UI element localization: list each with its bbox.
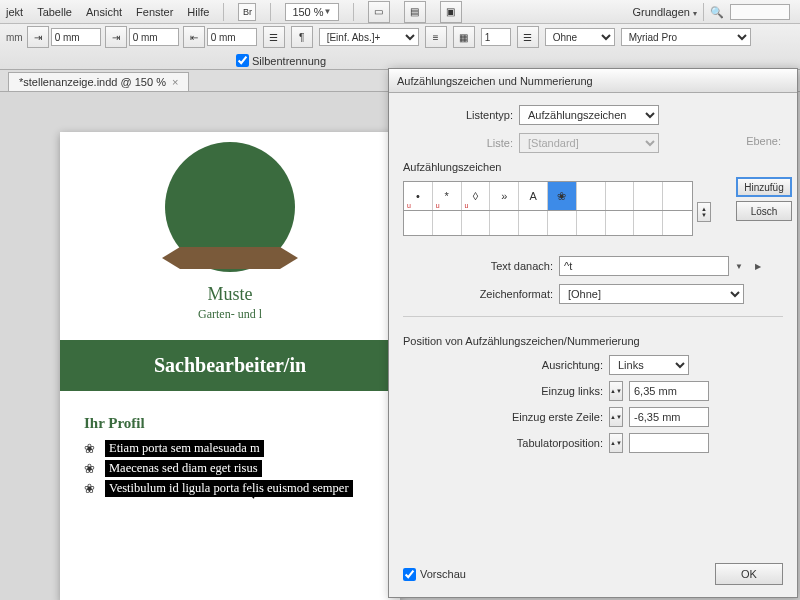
- dropdown-icon[interactable]: ▼: [735, 262, 743, 271]
- close-icon[interactable]: ×: [172, 76, 178, 88]
- text-danach-input[interactable]: [559, 256, 729, 276]
- glyph-cell[interactable]: [606, 211, 635, 235]
- bridge-icon[interactable]: Br: [238, 3, 256, 21]
- bullet-text: Etiam porta sem malesuada m: [105, 440, 264, 457]
- listentyp-label: Listentyp:: [403, 109, 513, 121]
- hyphenation-check[interactable]: Silbentrennung: [236, 54, 326, 67]
- para-icon[interactable]: ¶: [291, 26, 313, 48]
- indent-first[interactable]: [129, 28, 179, 46]
- control-toolbar: mm ⇥ ⇥ ⇤ ☰ ¶ [Einf. Abs.]+ ≡ ▦ ☰ Ohne My…: [0, 24, 800, 70]
- glyph-cell[interactable]: [490, 211, 519, 235]
- einzug-links-input[interactable]: [629, 381, 709, 401]
- glyph-cell[interactable]: [433, 211, 462, 235]
- bullet-text: Maecenas sed diam eget risus: [105, 460, 262, 477]
- glyph-cell[interactable]: [519, 211, 548, 235]
- workspace-switcher[interactable]: Grundlagen ▾: [632, 6, 697, 18]
- screen-mode-icon[interactable]: ▣: [440, 1, 462, 23]
- stepper[interactable]: ▲▼: [609, 407, 623, 427]
- menu-item[interactable]: jekt: [6, 6, 23, 18]
- indent-first-icon[interactable]: ⇥: [105, 26, 127, 48]
- indent-right[interactable]: [207, 28, 257, 46]
- menu-item[interactable]: Fenster: [136, 6, 173, 18]
- glyph-cell[interactable]: [663, 211, 692, 235]
- glyph-cell[interactable]: [462, 211, 491, 235]
- search-input[interactable]: [730, 4, 790, 20]
- list-item[interactable]: ❀Etiam porta sem malesuada m: [84, 440, 376, 457]
- brand-name: Muste: [60, 284, 400, 305]
- section-head: Ihr Profil: [84, 415, 376, 432]
- glyph-cell-selected[interactable]: ❀: [548, 182, 577, 210]
- hinzufuegen-button[interactable]: Hinzufüg: [736, 177, 792, 197]
- glyph-cell[interactable]: [663, 182, 692, 210]
- glyph-section-head: Aufzählungszeichen: [403, 161, 783, 175]
- list-item[interactable]: ❀Vestibulum id ligula porta felis euismo…: [84, 480, 376, 497]
- glyph-cell[interactable]: [548, 211, 577, 235]
- font-select[interactable]: Myriad Pro: [621, 28, 751, 46]
- view-mode-icon[interactable]: ▭: [368, 1, 390, 23]
- indent-left[interactable]: [51, 28, 101, 46]
- menu-item[interactable]: Hilfe: [187, 6, 209, 18]
- einzug-erste-input[interactable]: [629, 407, 709, 427]
- columns-icon[interactable]: ☰: [263, 26, 285, 48]
- glyph-grid: •u *u ◊u » A ❀: [403, 181, 693, 211]
- tabpos-label: Tabulatorposition:: [403, 437, 603, 449]
- span-select[interactable]: Ohne: [545, 28, 615, 46]
- glyph-cell[interactable]: [577, 182, 606, 210]
- listentyp-select[interactable]: Aufzählungszeichen: [519, 105, 659, 125]
- stepper[interactable]: ▲▼: [609, 381, 623, 401]
- bullet-text: Vestibulum id ligula porta felis euismod…: [105, 480, 353, 497]
- glyph-cell[interactable]: [577, 211, 606, 235]
- glyph-cell[interactable]: »: [490, 182, 519, 210]
- ausrichtung-label: Ausrichtung:: [403, 359, 603, 371]
- glyph-cell[interactable]: [404, 211, 433, 235]
- glyph-cell[interactable]: •u: [404, 182, 433, 210]
- liste-select: [Standard]: [519, 133, 659, 153]
- position-section-head: Position von Aufzählungszeichen/Nummerie…: [403, 335, 783, 349]
- glyph-cell[interactable]: A: [519, 182, 548, 210]
- stepper[interactable]: ▲▼: [609, 433, 623, 453]
- einzug-erste-label: Einzug erste Zeile:: [403, 411, 603, 423]
- para-style-select[interactable]: [Einf. Abs.]+: [319, 28, 419, 46]
- menu-item[interactable]: Tabelle: [37, 6, 72, 18]
- grid-icon[interactable]: ▦: [453, 26, 475, 48]
- text-danach-label: Text danach:: [403, 260, 553, 272]
- bullet-icon: ❀: [84, 461, 95, 476]
- arrange-icon[interactable]: ▤: [404, 1, 426, 23]
- glyph-cell[interactable]: [606, 182, 635, 210]
- align-icon[interactable]: ≡: [425, 26, 447, 48]
- glyph-cell[interactable]: [634, 211, 663, 235]
- tabpos-input[interactable]: [629, 433, 709, 453]
- liste-label: Liste:: [403, 137, 513, 149]
- page[interactable]: Muste Garten- und l Sachbearbeiter/in Ih…: [60, 132, 400, 600]
- unit-label: mm: [6, 32, 23, 43]
- search-icon: 🔍: [710, 6, 724, 19]
- einzug-links-label: Einzug links:: [403, 385, 603, 397]
- flyout-icon[interactable]: ▶: [755, 262, 761, 271]
- glyph-cell[interactable]: ◊u: [462, 182, 491, 210]
- ausrichtung-select[interactable]: Links: [609, 355, 689, 375]
- logo-circle: [165, 142, 295, 272]
- logo-banner: [180, 247, 280, 269]
- zeichenformat-select[interactable]: [Ohne]: [559, 284, 744, 304]
- indent-left-icon[interactable]: ⇥: [27, 26, 49, 48]
- ebene-label: Ebene:: [746, 135, 781, 147]
- cols-field[interactable]: [481, 28, 511, 46]
- menu-item[interactable]: Ansicht: [86, 6, 122, 18]
- glyph-cell[interactable]: [634, 182, 663, 210]
- document-tab[interactable]: *stellenanzeige.indd @ 150 % ×: [8, 72, 189, 91]
- span-icon[interactable]: ☰: [517, 26, 539, 48]
- glyph-cell[interactable]: *u: [433, 182, 462, 210]
- title-band: Sachbearbeiter/in: [60, 340, 400, 391]
- loeschen-button[interactable]: Lösch: [736, 201, 792, 221]
- logo-area: Muste Garten- und l: [60, 132, 400, 322]
- glyph-scroll[interactable]: ▲▼: [697, 202, 711, 222]
- ok-button[interactable]: OK: [715, 563, 783, 585]
- list-item[interactable]: ❀Maecenas sed diam eget risus: [84, 460, 376, 477]
- indent-right-icon[interactable]: ⇤: [183, 26, 205, 48]
- menubar: jekt Tabelle Ansicht Fenster Hilfe Br 15…: [0, 0, 800, 24]
- zoom-field[interactable]: 150 % ▼: [285, 3, 338, 21]
- bullets-dialog: Aufzählungszeichen und Nummerierung List…: [388, 68, 798, 598]
- tab-label: *stellenanzeige.indd @ 150 %: [19, 76, 166, 88]
- bullet-icon: ❀: [84, 481, 95, 496]
- vorschau-check[interactable]: Vorschau: [403, 568, 466, 581]
